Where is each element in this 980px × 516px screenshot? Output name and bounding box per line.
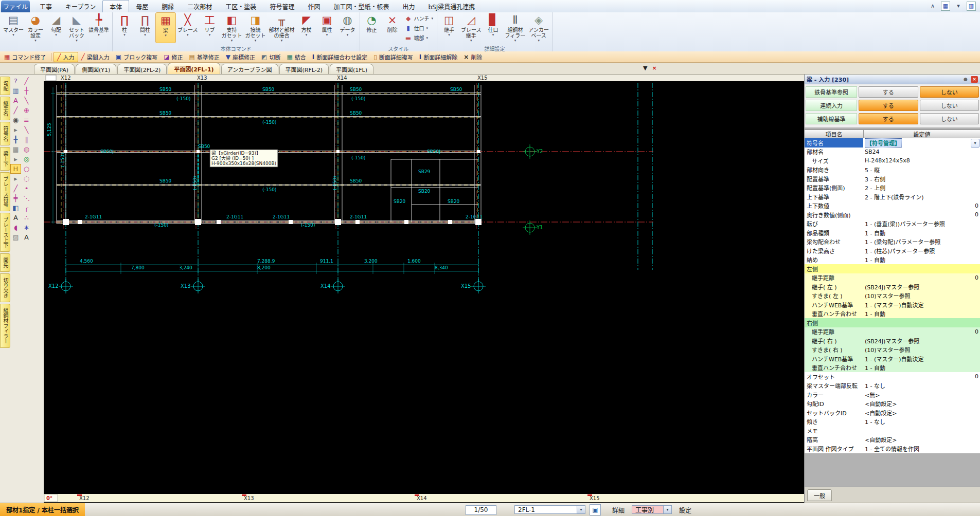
- concentric-circle-tool-icon[interactable]: ◎: [21, 154, 32, 164]
- property-value-21[interactable]: 0: [863, 327, 980, 337]
- property-row-5[interactable]: 配置基準(側面)2 - 上側: [805, 183, 980, 193]
- mode-select[interactable]: 工事別 ▾: [632, 505, 672, 514]
- toggle-off-button-0[interactable]: しない: [920, 86, 979, 98]
- property-row-27[interactable]: 梁マスター端部反転1 - なし: [805, 381, 980, 391]
- ribbon-button-1-9[interactable]: ▣属性▾: [317, 12, 337, 43]
- menu-item-4[interactable]: 胴縁: [155, 0, 181, 12]
- property-value-26[interactable]: 0: [863, 372, 980, 381]
- scatter-points-tool-icon[interactable]: ∴: [21, 213, 32, 223]
- h-steel-tool-icon[interactable]: H: [10, 164, 21, 174]
- property-row-15[interactable]: 継手距離0: [805, 273, 980, 283]
- property-value-29[interactable]: <自動設定>: [863, 399, 980, 409]
- sidebar-tab-4[interactable]: ブレース符号: [0, 172, 10, 211]
- menu-item-1[interactable]: キープラン: [59, 0, 102, 12]
- file-menu-button[interactable]: ファイル: [1, 1, 30, 12]
- toggle-on-button-1[interactable]: する: [859, 100, 918, 111]
- view-tool-icon[interactable]: ◉: [10, 115, 21, 125]
- calendar-icon[interactable]: ▦: [941, 2, 950, 11]
- command-button-6[interactable]: ▼座標修正: [223, 52, 258, 62]
- tab-scroll-icon[interactable]: ▼: [643, 65, 647, 72]
- property-value-22[interactable]: (SB24J)マスター参照: [863, 336, 980, 345]
- property-value-31[interactable]: 1 - なし: [863, 417, 980, 427]
- ribbon-button-3-2[interactable]: ▊仕口▾: [483, 12, 504, 43]
- command-button-4[interactable]: ◪修正: [161, 52, 186, 62]
- parallel-lines-tool-icon[interactable]: ≡: [21, 115, 32, 125]
- property-value-4[interactable]: 3 - 右側: [863, 174, 980, 183]
- view-tab-0[interactable]: 平面図(PA): [34, 64, 75, 74]
- expand-icon-1-icon[interactable]: ▸: [10, 125, 21, 135]
- property-value-18[interactable]: 1 - (マスター)自動決定: [863, 300, 980, 309]
- menu-dropdown-icon[interactable]: ▾: [954, 2, 963, 11]
- ribbon-button-3-3[interactable]: Ⅱ組鋼材 フィラー▾: [504, 12, 527, 43]
- command-button-12[interactable]: ×削除: [460, 52, 485, 62]
- ribbon-button-1-2[interactable]: ▦梁▾: [155, 12, 176, 43]
- axis-tool-icon[interactable]: ╪: [10, 193, 21, 203]
- find-text-tool-icon[interactable]: A: [10, 96, 21, 105]
- command-button-11[interactable]: Ⅰ断面詳細解除: [416, 52, 460, 62]
- line-tool-icon[interactable]: ╱: [21, 76, 32, 86]
- property-row-17[interactable]: すきま( 左 )(10)マスター参照: [805, 291, 980, 301]
- menu-item-0[interactable]: 工事: [33, 0, 59, 12]
- floor-select[interactable]: 2FL-1 ▾: [514, 505, 585, 514]
- ribbon-small-button-2-0[interactable]: ◆ハンチ▾: [405, 14, 434, 23]
- point-circle-tool-icon[interactable]: ◍: [21, 144, 32, 154]
- command-button-0[interactable]: ▦コマンド終了: [1, 52, 49, 62]
- command-button-1[interactable]: ╱入力: [54, 52, 78, 62]
- ribbon-button-1-0[interactable]: ∏柱▾: [114, 12, 135, 43]
- point-tool-icon[interactable]: •: [21, 183, 32, 193]
- sidebar-tab-3[interactable]: 梁上下: [0, 147, 10, 171]
- ribbon-button-1-5[interactable]: ◧支持 ガセット▾: [220, 12, 244, 43]
- ribbon-button-0-2[interactable]: ◢勾配▾: [46, 12, 66, 43]
- property-value-34[interactable]: 1 - 全ての情報を作図: [863, 444, 980, 453]
- property-value-1[interactable]: SB24: [863, 148, 980, 157]
- property-row-23[interactable]: すきま( 右 )(10)マスター参照: [805, 345, 980, 355]
- property-value-12[interactable]: 1 - (柱芯)パラメーター参照: [863, 246, 980, 255]
- view-tab-6[interactable]: 平面図(1FL): [330, 64, 373, 74]
- offset-line-tool-icon[interactable]: ╲: [21, 125, 32, 135]
- panel-title-bar[interactable]: 梁 - 入力 [230] ●×: [805, 75, 980, 84]
- property-row-9[interactable]: 転び1 - (垂直(梁))パラメーター参照: [805, 219, 980, 229]
- text-tool-icon[interactable]: A: [21, 232, 32, 242]
- property-value-16[interactable]: (SB24J)マスター参照: [863, 282, 980, 291]
- sidebar-tab-2[interactable]: 符号名: [0, 122, 10, 145]
- hatch-tool-icon[interactable]: ▨: [10, 232, 21, 242]
- menu-item-6[interactable]: 工区・塗装: [219, 0, 263, 12]
- property-value-23[interactable]: (10)マスター参照: [863, 345, 980, 355]
- property-row-24[interactable]: ハンチWEB基準1 - (マスター)自動決定: [805, 354, 980, 363]
- cross-line-tool-icon[interactable]: ┼: [21, 86, 32, 96]
- panel-options-icon[interactable]: ●: [962, 76, 969, 83]
- property-value-25[interactable]: 1 - 自動: [863, 363, 980, 373]
- property-row-1[interactable]: 部材名SB24: [805, 148, 980, 157]
- property-value-14[interactable]: [863, 264, 980, 273]
- circle-tool-icon[interactable]: ○: [21, 164, 32, 174]
- property-value-11[interactable]: 1 - (梁勾配)パラメーター参照: [863, 237, 980, 247]
- property-row-11[interactable]: 梁勾配合わせ1 - (梁勾配)パラメーター参照: [805, 237, 980, 247]
- ribbon-button-1-6[interactable]: ◨接続 ガセット▾: [244, 12, 268, 43]
- window-icon[interactable]: ▥: [967, 2, 976, 11]
- menu-item-7[interactable]: 符号管理: [263, 0, 301, 12]
- ribbon-button-0-1[interactable]: ◕カラー 設定▾: [25, 12, 46, 43]
- property-row-0[interactable]: 符号名【符号管理】▾: [805, 138, 980, 148]
- dimension-tool-icon[interactable]: ╱: [10, 183, 21, 193]
- property-value-13[interactable]: 1 - 自動: [863, 255, 980, 265]
- property-row-20[interactable]: 右側: [805, 318, 980, 327]
- list-tool-icon[interactable]: ▥: [10, 86, 21, 96]
- ribbon-button-0-0[interactable]: ▤マスター▾: [2, 12, 25, 43]
- menu-item-5[interactable]: 二次部材: [181, 0, 219, 12]
- property-row-26[interactable]: オフセット0: [805, 372, 980, 381]
- command-button-8[interactable]: ▦結合: [283, 52, 309, 62]
- property-value-20[interactable]: [863, 318, 980, 327]
- property-row-32[interactable]: メモ: [805, 426, 980, 435]
- property-value-7[interactable]: 0: [863, 201, 980, 211]
- view-tab-4[interactable]: アンカープラン図: [221, 64, 278, 74]
- property-row-3[interactable]: 部材向き5 - 縦: [805, 165, 980, 175]
- font-tool-icon[interactable]: A: [10, 213, 21, 223]
- menu-item-11[interactable]: bSJ梁貫通孔連携: [421, 0, 482, 12]
- ribbon-button-1-1[interactable]: ∏間柱▾: [135, 12, 155, 43]
- sidebar-tab-5[interactable]: ブレース上下: [0, 213, 10, 252]
- sidebar-tab-6[interactable]: 開先: [0, 253, 10, 272]
- property-row-4[interactable]: 配置基準3 - 右側: [805, 174, 980, 183]
- toggle-on-button-2[interactable]: する: [859, 113, 918, 124]
- help-tool-icon[interactable]: ?: [10, 76, 21, 86]
- property-row-14[interactable]: 左側: [805, 264, 980, 273]
